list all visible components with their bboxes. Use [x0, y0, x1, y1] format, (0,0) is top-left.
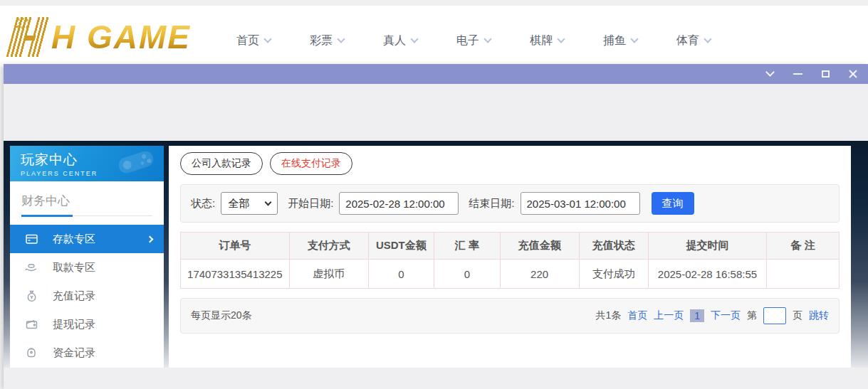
window-toolbar-area: [4, 84, 868, 141]
window-bottom-strip: [4, 368, 868, 389]
chevron-down-icon: [557, 35, 565, 43]
status-label: 状态:: [191, 197, 215, 211]
brand-logo[interactable]: H GAME: [9, 11, 191, 57]
cell-recharge-amount: 220: [500, 260, 579, 289]
nav-item-lottery[interactable]: 彩票: [310, 33, 344, 48]
prev-page-link[interactable]: 上一页: [654, 309, 684, 322]
jump-link[interactable]: 跳转: [809, 309, 829, 322]
site-header: H GAME 首页 彩票 真人 电子 棋牌 捕鱼 体育: [0, 6, 868, 64]
filter-bar: 状态: 全部 开始日期: 结束日期: 查询: [180, 184, 840, 223]
minimize-icon[interactable]: [793, 69, 802, 79]
col-usdt-amount: USDT金额: [368, 233, 434, 260]
per-page-label: 每页显示20条: [191, 309, 252, 322]
logo-text: H GAME: [51, 17, 191, 57]
sidebar: 玩家中心 PLAYERS CENTER 财务中心 存款专区: [10, 146, 164, 368]
sidebar-item-withdrawal-records[interactable]: 提现记录: [10, 310, 164, 339]
sidebar-menu: 存款专区 取款专区 充值记录: [10, 220, 164, 367]
chevron-down-icon: [483, 35, 491, 43]
page-top-strip: [0, 0, 868, 6]
window-titlebar: [4, 64, 868, 84]
tab-company-deposit-records[interactable]: 公司入款记录: [180, 152, 263, 175]
table-header-row: 订单号 支付方式 USDT金额 汇 率 充值金额 充值状态 提交时间 备 注: [181, 233, 840, 260]
nav-label: 真人: [383, 33, 406, 48]
nav-label: 捕鱼: [603, 33, 626, 48]
titlebar-chevron-down-icon[interactable]: [765, 69, 775, 79]
chevron-down-icon: [704, 35, 711, 43]
nav-label: 电子: [456, 33, 479, 48]
nav-item-home[interactable]: 首页: [236, 33, 271, 48]
first-page-link[interactable]: 首页: [627, 309, 647, 322]
sidebar-item-label: 充值记录: [53, 289, 95, 303]
record-tabs: 公司入款记录 在线支付记录: [180, 152, 840, 175]
cell-remark: [767, 260, 840, 289]
main-panel: 公司入款记录 在线支付记录 状态: 全部 开始日期: 结束日期: 查询: [169, 146, 851, 368]
chevron-down-icon: [410, 35, 418, 43]
col-recharge-amount: 充值金额: [500, 233, 579, 260]
end-date-input[interactable]: [521, 192, 640, 215]
cell-recharge-status: 支付成功: [579, 260, 648, 289]
col-recharge-status: 充值状态: [579, 233, 648, 260]
pagination-bar: 每页显示20条 共1条 首页 上一页 1 下一页 第 页 跳转: [180, 298, 840, 334]
main-nav: 首页 彩票 真人 电子 棋牌 捕鱼 体育: [236, 11, 711, 70]
coin-purse-icon: [24, 347, 38, 358]
nav-item-sports[interactable]: 体育: [676, 33, 711, 48]
cell-exchange-rate: 0: [434, 260, 501, 289]
cell-order-number: 1740733135413225: [181, 260, 290, 289]
sidebar-section-underline: [21, 215, 152, 216]
status-selected-value: 全部: [228, 197, 249, 211]
total-count-label: 共1条: [595, 309, 621, 322]
start-date-input[interactable]: [339, 192, 459, 215]
col-order-number: 订单号: [181, 233, 290, 260]
pagination-controls: 共1条 首页 上一页 1 下一页 第 页 跳转: [595, 307, 829, 324]
next-page-link[interactable]: 下一页: [711, 309, 741, 322]
sidebar-section-title: 财务中心: [10, 181, 164, 209]
sidebar-item-deposit-zone[interactable]: 存款专区: [10, 225, 164, 253]
nav-item-chess[interactable]: 棋牌: [530, 33, 564, 48]
maximize-icon[interactable]: [820, 69, 830, 79]
start-date-label: 开始日期:: [288, 197, 333, 211]
table-row: 1740733135413225 虚拟币 0 0 220 支付成功 2025-0…: [181, 260, 840, 289]
nav-label: 彩票: [310, 33, 333, 48]
nav-label: 棋牌: [530, 33, 553, 48]
cell-usdt-amount: 0: [368, 260, 434, 289]
jump-suffix-label: 页: [793, 309, 802, 322]
jump-prefix-label: 第: [747, 309, 757, 322]
hand-coin-icon: [24, 262, 38, 273]
sidebar-item-recharge-records[interactable]: 充值记录: [10, 282, 164, 310]
sidebar-item-fund-records[interactable]: 资金记录: [10, 339, 164, 367]
col-remark: 备 注: [767, 233, 840, 260]
nav-item-fishing[interactable]: 捕鱼: [603, 33, 637, 48]
query-button[interactable]: 查询: [652, 192, 694, 215]
sidebar-item-label: 存款专区: [53, 233, 95, 246]
chevron-down-icon: [265, 198, 272, 206]
current-page-badge[interactable]: 1: [690, 309, 704, 322]
close-icon[interactable]: [848, 69, 858, 79]
content-background: 玩家中心 PLAYERS CENTER 财务中心 存款专区: [4, 141, 868, 368]
nav-item-live[interactable]: 真人: [383, 33, 417, 48]
app-window: 玩家中心 PLAYERS CENTER 财务中心 存款专区: [4, 64, 868, 389]
cell-submit-time: 2025-02-28 16:58:55: [648, 260, 767, 289]
nav-label: 体育: [676, 33, 699, 48]
chevron-down-icon: [337, 35, 345, 43]
page-jump-input[interactable]: [763, 307, 786, 324]
end-date-label: 结束日期:: [469, 197, 514, 211]
nav-label: 首页: [236, 33, 259, 48]
logo-h-icon: [3, 17, 55, 57]
col-payment-method: 支付方式: [289, 233, 368, 260]
col-submit-time: 提交时间: [648, 233, 767, 260]
chevron-down-icon: [630, 35, 638, 43]
sidebar-item-label: 提现记录: [53, 318, 95, 331]
status-select[interactable]: 全部: [221, 192, 278, 215]
sidebar-item-withdraw-zone[interactable]: 取款专区: [10, 253, 164, 282]
col-exchange-rate: 汇 率: [434, 233, 501, 260]
wallet-icon: [24, 319, 38, 330]
money-bag-icon: [24, 290, 38, 302]
bank-card-icon: [24, 233, 38, 245]
sidebar-item-label: 资金记录: [53, 346, 95, 360]
chevron-down-icon: [263, 35, 271, 43]
cell-payment-method: 虚拟币: [289, 260, 368, 289]
chevron-right-icon: [147, 235, 154, 243]
tab-online-payment-records[interactable]: 在线支付记录: [270, 152, 352, 175]
sidebar-item-label: 取款专区: [53, 261, 95, 275]
nav-item-slots[interactable]: 电子: [456, 33, 491, 48]
